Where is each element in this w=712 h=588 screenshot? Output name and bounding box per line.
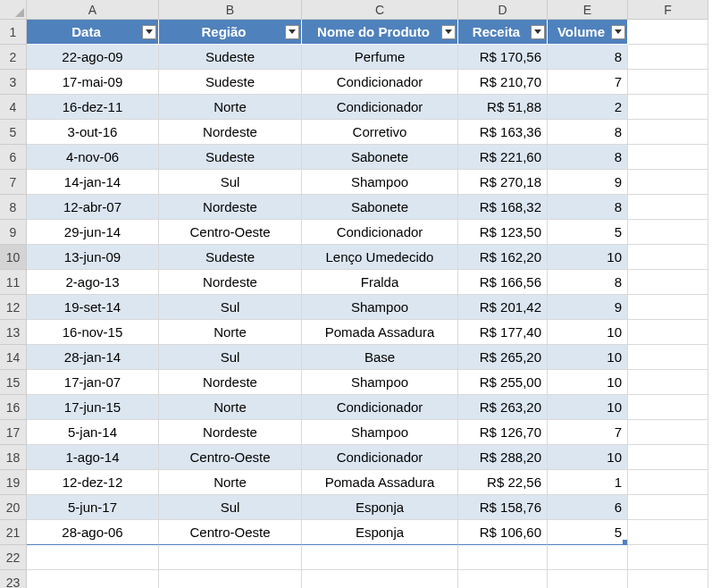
table-cell-volume[interactable]: 1 bbox=[548, 470, 628, 495]
table-cell-receita[interactable]: R$ 126,70 bbox=[458, 420, 548, 445]
spreadsheet-grid[interactable]: ABCDEF1DataRegiãoNome do ProdutoReceitaV… bbox=[0, 0, 712, 588]
row-header-4[interactable]: 4 bbox=[0, 95, 27, 120]
table-cell-regiao[interactable]: Norte bbox=[159, 320, 302, 345]
cell-F13[interactable] bbox=[628, 320, 708, 345]
cell-F3[interactable] bbox=[628, 70, 708, 95]
table-cell-produto[interactable]: Condicionador bbox=[302, 395, 458, 420]
table-cell-regiao[interactable]: Nordeste bbox=[159, 420, 302, 445]
table-cell-volume[interactable]: 10 bbox=[548, 445, 628, 470]
table-cell-regiao[interactable]: Centro-Oeste bbox=[159, 220, 302, 245]
table-cell-receita[interactable]: R$ 106,60 bbox=[458, 520, 548, 545]
table-cell-receita[interactable]: R$ 22,56 bbox=[458, 470, 548, 495]
table-cell-produto[interactable]: Shampoo bbox=[302, 370, 458, 395]
cell-D22[interactable] bbox=[458, 545, 548, 570]
table-cell-regiao[interactable]: Sudeste bbox=[159, 145, 302, 170]
table-cell-regiao[interactable]: Sul bbox=[159, 495, 302, 520]
table-cell-data[interactable]: 28-ago-06 bbox=[27, 520, 159, 545]
row-header-9[interactable]: 9 bbox=[0, 220, 27, 245]
table-cell-regiao[interactable]: Sul bbox=[159, 345, 302, 370]
table-cell-data[interactable]: 16-dez-11 bbox=[27, 95, 159, 120]
table-cell-produto[interactable]: Condicionador bbox=[302, 95, 458, 120]
row-header-20[interactable]: 20 bbox=[0, 495, 27, 520]
column-header-F[interactable]: F bbox=[628, 0, 708, 20]
table-cell-data[interactable]: 12-dez-12 bbox=[27, 470, 159, 495]
cell-F6[interactable] bbox=[628, 145, 708, 170]
table-cell-volume[interactable]: 7 bbox=[548, 420, 628, 445]
table-cell-produto[interactable]: Corretivo bbox=[302, 120, 458, 145]
table-cell-receita[interactable]: R$ 210,70 bbox=[458, 70, 548, 95]
cell-F17[interactable] bbox=[628, 420, 708, 445]
row-header-12[interactable]: 12 bbox=[0, 295, 27, 320]
cell-F11[interactable] bbox=[628, 270, 708, 295]
cell-F5[interactable] bbox=[628, 120, 708, 145]
cell-E22[interactable] bbox=[548, 545, 628, 570]
row-header-21[interactable]: 21 bbox=[0, 520, 27, 545]
table-cell-receita[interactable]: R$ 221,60 bbox=[458, 145, 548, 170]
table-cell-data[interactable]: 3-out-16 bbox=[27, 120, 159, 145]
table-header-receita[interactable]: Receita bbox=[458, 20, 548, 45]
table-cell-produto[interactable]: Pomada Assadura bbox=[302, 470, 458, 495]
cell-F21[interactable] bbox=[628, 520, 708, 545]
row-header-11[interactable]: 11 bbox=[0, 270, 27, 295]
column-header-E[interactable]: E bbox=[548, 0, 628, 20]
table-header-volume[interactable]: Volume bbox=[548, 20, 628, 45]
row-header-17[interactable]: 17 bbox=[0, 420, 27, 445]
table-cell-volume[interactable]: 2 bbox=[548, 95, 628, 120]
table-cell-produto[interactable]: Sabonete bbox=[302, 145, 458, 170]
cell-F14[interactable] bbox=[628, 345, 708, 370]
filter-dropdown-icon[interactable] bbox=[142, 25, 156, 39]
table-cell-produto[interactable]: Fralda bbox=[302, 270, 458, 295]
cell-F23[interactable] bbox=[628, 570, 708, 588]
row-header-16[interactable]: 16 bbox=[0, 395, 27, 420]
table-cell-volume[interactable]: 9 bbox=[548, 170, 628, 195]
row-header-15[interactable]: 15 bbox=[0, 370, 27, 395]
cell-F20[interactable] bbox=[628, 495, 708, 520]
table-cell-receita[interactable]: R$ 201,42 bbox=[458, 295, 548, 320]
table-cell-data[interactable]: 16-nov-15 bbox=[27, 320, 159, 345]
cell-F7[interactable] bbox=[628, 170, 708, 195]
table-cell-volume[interactable]: 10 bbox=[548, 370, 628, 395]
table-cell-produto[interactable]: Esponja bbox=[302, 520, 458, 545]
cell-F2[interactable] bbox=[628, 45, 708, 70]
row-header-22[interactable]: 22 bbox=[0, 545, 27, 570]
table-cell-volume[interactable]: 9 bbox=[548, 295, 628, 320]
select-all-corner[interactable] bbox=[0, 0, 27, 20]
table-cell-receita[interactable]: R$ 158,76 bbox=[458, 495, 548, 520]
row-header-2[interactable]: 2 bbox=[0, 45, 27, 70]
column-header-D[interactable]: D bbox=[458, 0, 548, 20]
table-cell-receita[interactable]: R$ 51,88 bbox=[458, 95, 548, 120]
row-header-3[interactable]: 3 bbox=[0, 70, 27, 95]
table-cell-volume[interactable]: 10 bbox=[548, 245, 628, 270]
table-cell-data[interactable]: 17-jun-15 bbox=[27, 395, 159, 420]
cell-F19[interactable] bbox=[628, 470, 708, 495]
cell-F15[interactable] bbox=[628, 370, 708, 395]
table-cell-volume[interactable]: 8 bbox=[548, 195, 628, 220]
table-cell-produto[interactable]: Pomada Assadura bbox=[302, 320, 458, 345]
table-cell-regiao[interactable]: Norte bbox=[159, 470, 302, 495]
cell-E23[interactable] bbox=[548, 570, 628, 588]
row-header-13[interactable]: 13 bbox=[0, 320, 27, 345]
table-cell-produto[interactable]: Sabonete bbox=[302, 195, 458, 220]
row-header-14[interactable]: 14 bbox=[0, 345, 27, 370]
cell-A22[interactable] bbox=[27, 545, 159, 570]
cell-F12[interactable] bbox=[628, 295, 708, 320]
table-cell-regiao[interactable]: Sudeste bbox=[159, 70, 302, 95]
table-cell-produto[interactable]: Shampoo bbox=[302, 420, 458, 445]
table-cell-receita[interactable]: R$ 288,20 bbox=[458, 445, 548, 470]
cell-F18[interactable] bbox=[628, 445, 708, 470]
table-cell-produto[interactable]: Condicionador bbox=[302, 70, 458, 95]
table-cell-receita[interactable]: R$ 123,50 bbox=[458, 220, 548, 245]
column-header-A[interactable]: A bbox=[27, 0, 159, 20]
table-cell-regiao[interactable]: Centro-Oeste bbox=[159, 520, 302, 545]
table-cell-data[interactable]: 19-set-14 bbox=[27, 295, 159, 320]
table-cell-data[interactable]: 14-jan-14 bbox=[27, 170, 159, 195]
cell-C23[interactable] bbox=[302, 570, 458, 588]
table-cell-regiao[interactable]: Norte bbox=[159, 95, 302, 120]
cell-B23[interactable] bbox=[159, 570, 302, 588]
cell-F4[interactable] bbox=[628, 95, 708, 120]
cell-F1[interactable] bbox=[628, 20, 708, 45]
table-cell-produto[interactable]: Shampoo bbox=[302, 170, 458, 195]
row-header-5[interactable]: 5 bbox=[0, 120, 27, 145]
filter-dropdown-icon[interactable] bbox=[285, 25, 299, 39]
row-header-8[interactable]: 8 bbox=[0, 195, 27, 220]
